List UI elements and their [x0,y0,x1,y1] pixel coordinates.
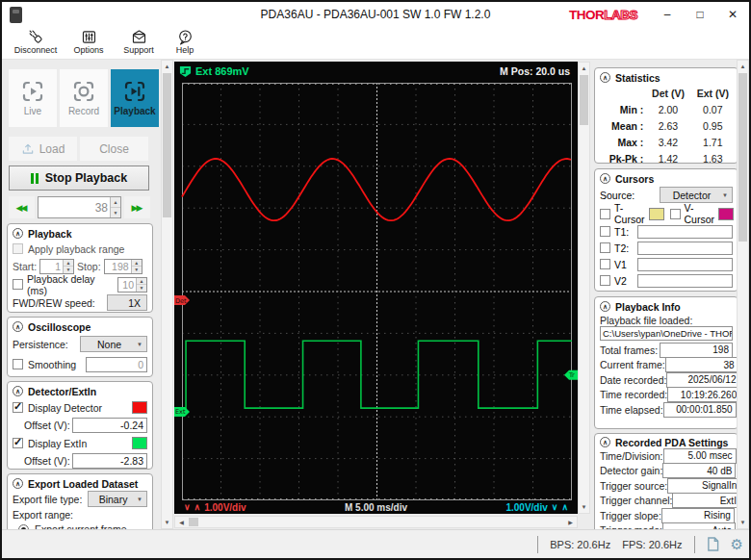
cursor-source-dropdown[interactable]: Detector ▼ [660,187,733,203]
support-button[interactable]: Support [114,27,164,55]
document-icon[interactable] [707,537,719,551]
apply-range-checkbox[interactable] [13,243,23,254]
collapse-icon[interactable]: ∧ [600,301,610,312]
scale-down-icon[interactable]: ∨ [552,502,558,512]
t-cursor-color-swatch[interactable] [649,208,664,220]
scroll-right-icon[interactable]: ▶ [564,517,577,527]
scale-up-icon[interactable]: ∧ [194,502,201,512]
spinner-down-icon[interactable]: ▼ [111,208,120,217]
scroll-down-icon[interactable]: ▼ [738,517,748,528]
v2-input[interactable] [637,274,733,288]
v2-checkbox[interactable] [600,275,610,286]
fast-forward-button[interactable]: ▶▶ [124,196,150,218]
scope-horizontal-scrollbar[interactable]: ◀ ▶ [174,516,578,528]
trigger-flag-icon [179,65,192,78]
start-input[interactable]: 1 ▲▼ [39,259,74,274]
pda-settings-title: Recorded PDA Settings [615,437,728,448]
t-cursor-checkbox[interactable] [600,209,610,219]
detector-offset-input[interactable]: -0.24 [72,418,147,433]
display-extin-checkbox[interactable] [13,438,23,448]
playback-delay-checkbox[interactable] [13,279,23,290]
scope-vertical-scrollbar[interactable]: ▲ ▼ [578,62,590,514]
scroll-down-icon[interactable]: ▼ [162,517,172,528]
smoothing-input[interactable]: 0 [86,357,147,372]
rewind-button[interactable]: ◀◀ [9,196,35,218]
v1-checkbox[interactable] [600,259,610,269]
chevron-down-icon: ▼ [137,342,142,347]
export-range-label: Export range: [13,509,73,521]
scale-down-icon[interactable]: ∨ [184,502,191,512]
stop-playback-button[interactable]: Stop Playback [9,165,149,191]
cursors-group: ∧ Cursors Source: Detector ▼ T-Cursor V-… [594,168,738,292]
collapse-icon[interactable]: ∧ [13,478,23,489]
display-detector-checkbox[interactable] [13,402,23,413]
export-group: ∧ Export Loaded Dataset Export file type… [7,473,153,529]
detector-color-swatch[interactable] [132,401,147,414]
scroll-up-icon[interactable]: ▲ [579,63,589,74]
spinner-up-icon[interactable]: ▲ [111,197,120,208]
time-recorded-row: Time recorded: 10:19:26.260 [600,388,733,403]
t1-label: T1: [614,226,634,238]
speed-button[interactable]: 1X [107,294,147,311]
close-playback-button[interactable]: Close [80,137,148,161]
scrollbar-thumb[interactable] [738,73,747,242]
playback-delay-input[interactable]: 10 ▲▼ [117,277,147,293]
collapse-icon[interactable]: ∧ [600,437,610,447]
collapse-icon[interactable]: ∧ [600,173,610,184]
disconnect-button[interactable]: Disconnect [8,27,64,55]
spinner-up-icon[interactable]: ▲ [132,260,142,267]
export-file-type-label: Export file type: [13,494,82,505]
scrollbar-thumb[interactable] [189,518,198,526]
scroll-up-icon[interactable]: ▲ [162,61,172,72]
chevron-down-icon: ▼ [137,496,142,502]
fps-readout: FPS: 20.6Hz [622,539,682,550]
t-cursor-label: T-Cursor [614,202,645,225]
export-current-frame-radio[interactable] [18,524,29,530]
options-button[interactable]: Options [64,27,114,55]
smoothing-checkbox[interactable] [13,359,23,369]
load-button[interactable]: Load [9,137,77,161]
smoothing-label: Smoothing [28,359,76,370]
right-panel-scrollbar[interactable]: ▲ ▼ [737,60,749,529]
extin-offset-input[interactable]: -2.83 [72,453,147,469]
playback-file-input[interactable]: C:\Users\ypan\OneDrive - THORLA [600,326,733,341]
total-frames-row: Total frames: 198 [600,343,733,358]
spinner-up-icon[interactable]: ▲ [64,260,73,267]
t1-checkbox[interactable] [600,226,610,237]
collapse-icon[interactable]: ∧ [13,228,23,239]
scale-up-icon[interactable]: ∧ [561,502,568,512]
playback-mode-button[interactable]: Playback [111,69,159,127]
left-panel-scrollbar[interactable]: ▲ ▼ [161,60,173,529]
record-mode-button[interactable]: Record [60,69,108,127]
t1-input[interactable] [637,225,733,239]
collapse-icon[interactable]: ∧ [13,321,23,332]
rewind-icon: ◀◀ [16,203,26,213]
frame-number-input[interactable]: 38 ▲ ▼ [38,196,121,218]
export-file-type-dropdown[interactable]: Binary ▼ [88,491,147,507]
extin-color-swatch[interactable] [132,437,147,449]
spinner-down-icon[interactable]: ▼ [132,267,142,273]
v-cursor-checkbox[interactable] [670,209,681,219]
collapse-icon[interactable]: ∧ [13,386,23,396]
frame-spinner: ▲ ▼ [110,197,120,217]
spinner-up-icon[interactable]: ▲ [137,278,146,286]
v-cursor-color-swatch[interactable] [718,208,734,220]
live-mode-button[interactable]: Live [9,69,57,127]
persistence-dropdown[interactable]: None ▼ [80,336,147,352]
t2-checkbox[interactable] [600,242,610,253]
help-button[interactable]: Help [164,27,206,55]
spinner-down-icon[interactable]: ▼ [137,285,146,292]
v1-label: V1 [614,259,634,270]
scroll-up-icon[interactable]: ▲ [738,61,748,72]
playback-icon [123,80,146,103]
source-label: Source: [600,190,634,201]
t2-input[interactable] [637,242,733,255]
scrollbar-thumb[interactable] [580,75,588,125]
scrollbar-thumb[interactable] [163,73,171,217]
stop-input[interactable]: 198 ▲▼ [104,259,142,274]
gear-icon[interactable]: ⚙ [731,536,743,553]
scroll-left-icon[interactable]: ◀ [175,517,188,527]
collapse-icon[interactable]: ∧ [600,72,610,83]
v1-input[interactable] [637,258,733,271]
scroll-down-icon[interactable]: ▼ [579,501,589,513]
